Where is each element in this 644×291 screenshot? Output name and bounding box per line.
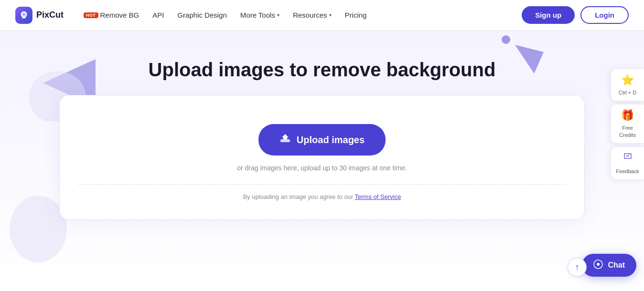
nav-remove-bg[interactable]: HOT Remove BG (77, 0, 146, 31)
widget-feedback[interactable]: Feedback (611, 146, 644, 180)
upload-divider (79, 184, 565, 185)
nav-pricing[interactable]: Pricing (338, 0, 374, 31)
star-icon: ⭐ (621, 74, 634, 86)
chat-button[interactable]: Chat (582, 254, 636, 277)
nav-more-tools[interactable]: More Tools ▾ (234, 0, 286, 31)
nav-resources[interactable]: Resources ▾ (286, 0, 338, 31)
svg-rect-6 (280, 139, 290, 142)
nav-pricing-label: Pricing (345, 11, 367, 19)
upload-icon (279, 133, 291, 147)
svg-point-8 (597, 263, 600, 266)
nav-remove-bg-label: Remove BG (100, 11, 140, 19)
terms-link[interactable]: Terms of Service (355, 193, 401, 200)
sidebar-widgets: ⭐ Ctrl + D 🎁 Free Credits Feedback (611, 69, 644, 183)
upload-button-label: Upload images (297, 135, 365, 146)
feedback-icon (623, 152, 633, 165)
nav-api-label: API (152, 11, 164, 19)
remove-bg-badge: HOT (84, 12, 98, 18)
widget-free-credits-label: Free Credits (614, 125, 641, 138)
nav-more-tools-label: More Tools (240, 11, 275, 19)
chat-icon (593, 260, 603, 271)
nav-api[interactable]: API (146, 0, 171, 31)
upload-subtitle: or drag images here, upload up to 30 ima… (237, 164, 407, 172)
arrow-up-icon: ↑ (575, 262, 580, 272)
svg-point-4 (502, 35, 510, 44)
decorative-dot (502, 35, 510, 44)
gift-icon: 🎁 (621, 109, 634, 122)
scroll-up-button[interactable]: ↑ (568, 258, 587, 277)
widget-bookmark[interactable]: ⭐ Ctrl + D (611, 69, 644, 101)
navbar: PixCut HOT Remove BG API Graphic Design … (0, 0, 644, 31)
widget-feedback-label: Feedback (616, 168, 639, 175)
svg-point-0 (22, 13, 25, 16)
svg-marker-3 (515, 45, 544, 73)
signup-button[interactable]: Sign up (522, 6, 575, 24)
upload-images-button[interactable]: Upload images (258, 124, 386, 156)
login-button[interactable]: Login (580, 6, 629, 24)
svg-point-5 (10, 196, 67, 262)
nav-graphic-design-label: Graphic Design (177, 11, 226, 19)
logo[interactable]: PixCut (15, 7, 64, 24)
decorative-right-triangle (510, 40, 548, 78)
chat-button-label: Chat (608, 261, 625, 270)
nav-resources-label: Resources (293, 11, 327, 19)
logo-icon (15, 7, 32, 24)
resources-chevron-icon: ▾ (329, 12, 332, 18)
widget-bookmark-label: Ctrl + D (619, 89, 637, 96)
nav-graphic-design[interactable]: Graphic Design (171, 0, 233, 31)
upload-box: Upload images or drag images here, uploa… (59, 95, 585, 220)
logo-text: PixCut (36, 10, 64, 20)
hero-section: Upload images to remove background Uploa… (0, 31, 644, 291)
more-tools-chevron-icon: ▾ (277, 12, 279, 18)
widget-free-credits[interactable]: 🎁 Free Credits (611, 104, 644, 144)
terms-text: By uploading an image you agree to our T… (243, 193, 401, 200)
decorative-bottom-left-shape (10, 196, 67, 262)
hero-title: Upload images to remove background (149, 59, 496, 81)
